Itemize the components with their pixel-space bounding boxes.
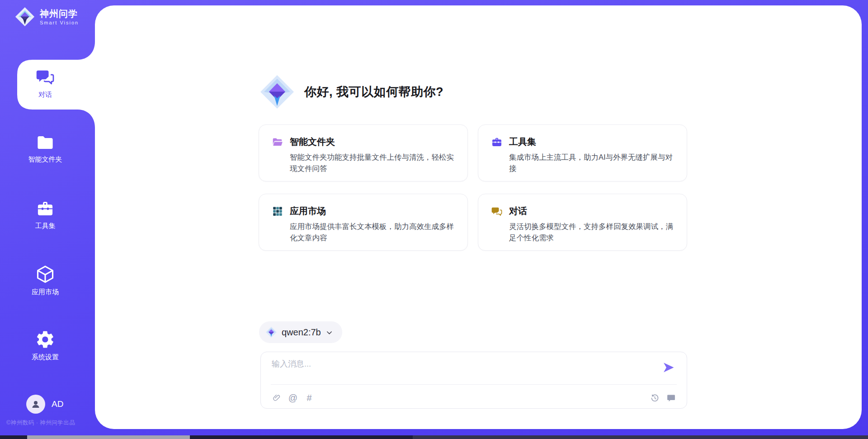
model-logo-icon [265, 326, 277, 338]
sidebar-item-chat[interactable]: 对话 [0, 67, 90, 99]
user-account[interactable]: AD [26, 395, 63, 414]
briefcase-icon [491, 136, 503, 148]
card-chat[interactable]: 对话 灵活切换多模型文件，支持多样回复效果调试，满足个性化需求 [478, 194, 687, 251]
composer-divider [271, 384, 677, 385]
conversation-bubble-icon[interactable] [666, 393, 676, 403]
person-icon [30, 399, 41, 410]
greeting: 你好, 我可以如何帮助你? [259, 74, 443, 110]
grid-icon [272, 205, 283, 217]
card-description: 应用市场提供丰富长文本模板，助力高效生成多样化文章内容 [290, 221, 455, 243]
sidebar-item-label: 工具集 [0, 221, 90, 230]
attach-file-icon[interactable] [272, 393, 282, 403]
card-description: 灵活切换多模型文件，支持多样回复效果调试，满足个性化需求 [509, 221, 674, 243]
sidebar-item-smart-folder[interactable]: 智能文件夹 [0, 133, 90, 164]
message-input[interactable] [272, 358, 647, 382]
sidebar-item-settings[interactable]: 系统设置 [0, 329, 90, 362]
scrollbar-thumb[interactable] [27, 435, 190, 439]
send-icon[interactable] [662, 361, 675, 374]
avatar [26, 395, 45, 414]
main-panel: 你好, 我可以如何帮助你? 智能文件夹 智能文件夹功能支持批量文件上传与清洗，轻… [95, 5, 862, 429]
app-screen: 神州问学 Smart Vision 对话 智能文件夹 工具集 应用市场 系统设置 [0, 0, 868, 439]
chat-icon [35, 67, 55, 87]
sidebar-item-label: 对话 [0, 90, 90, 99]
chevron-down-icon [326, 329, 333, 337]
sidebar-item-toolset[interactable]: 工具集 [0, 199, 90, 230]
card-description: 智能文件夹功能支持批量文件上传与清洗，轻松实现文件问答 [290, 152, 455, 174]
user-name: AD [52, 399, 63, 409]
model-name: qwen2:7b [282, 327, 321, 338]
mention-icon[interactable]: @ [288, 393, 298, 403]
scrollbar-track-segment [413, 435, 868, 439]
folder-icon [36, 133, 55, 152]
sidebar: 神州问学 Smart Vision 对话 智能文件夹 工具集 应用市场 系统设置 [0, 0, 95, 439]
greeting-text: 你好, 我可以如何帮助你? [304, 84, 443, 100]
card-title: 对话 [509, 205, 527, 217]
sidebar-item-label: 应用市场 [0, 287, 90, 296]
composer-toolbar: @ # [272, 390, 676, 406]
card-app-market[interactable]: 应用市场 应用市场提供丰富长文本模板，助力高效生成多样化文章内容 [259, 194, 468, 251]
card-title: 工具集 [509, 136, 536, 148]
card-description: 集成市场上主流工具，助力AI与外界无缝扩展与对接 [509, 152, 674, 174]
model-selector[interactable]: qwen2:7b [259, 321, 342, 343]
chat-icon [491, 205, 503, 217]
card-smart-folder[interactable]: 智能文件夹 智能文件夹功能支持批量文件上传与清洗，轻松实现文件问答 [259, 124, 468, 181]
active-tab-background [0, 0, 95, 131]
cube-icon [35, 264, 55, 284]
sidebar-item-label: 系统设置 [0, 353, 90, 362]
card-title: 应用市场 [290, 205, 326, 217]
card-title: 智能文件夹 [290, 136, 335, 148]
greeting-logo-icon [259, 74, 295, 110]
gear-icon [35, 329, 55, 349]
sidebar-item-app-market[interactable]: 应用市场 [0, 264, 90, 296]
folder-open-icon [272, 136, 283, 148]
message-composer: @ # [260, 352, 687, 409]
topic-hash-icon[interactable]: # [304, 393, 314, 403]
horizontal-scrollbar[interactable] [0, 435, 868, 439]
sidebar-item-label: 智能文件夹 [0, 155, 90, 164]
card-toolset[interactable]: 工具集 集成市场上主流工具，助力AI与外界无缝扩展与对接 [478, 124, 687, 181]
copyright-footer: ©神州数码 · 神州问学出品 [6, 419, 75, 427]
briefcase-icon [36, 199, 55, 218]
history-icon[interactable] [650, 393, 660, 403]
